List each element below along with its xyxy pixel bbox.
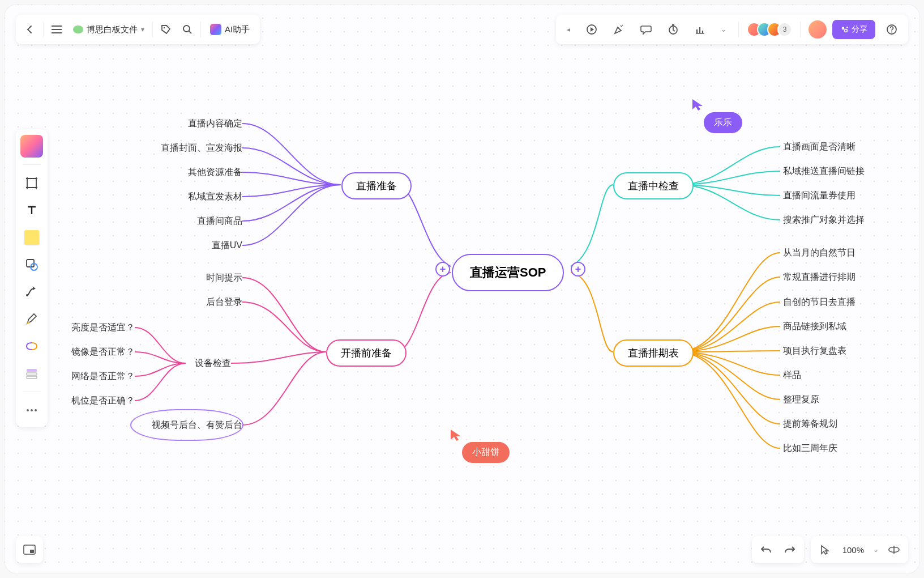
ai-logo-icon (210, 24, 221, 35)
celebrate-button[interactable] (608, 19, 630, 40)
leaf[interactable]: 样品 (783, 369, 801, 381)
leaf[interactable]: 自创的节日去直播 (783, 296, 855, 308)
text-tool[interactable] (20, 199, 43, 222)
collaborator-avatars[interactable]: 3 (747, 22, 792, 37)
help-button[interactable] (881, 19, 902, 40)
mindmap-tool[interactable] (20, 335, 43, 358)
fit-view-button[interactable] (886, 539, 902, 560)
svg-rect-11 (27, 369, 37, 372)
svg-rect-12 (27, 373, 37, 375)
redo-button[interactable] (781, 539, 798, 560)
leaf[interactable]: 直播间流量券使用 (783, 190, 855, 202)
leaf[interactable]: 时间提示 (186, 272, 242, 284)
templates-button[interactable] (20, 135, 43, 158)
leaf[interactable]: 从当月的自然节日 (783, 247, 855, 259)
leaf[interactable]: 直播内容确定 (163, 118, 242, 130)
vote-button[interactable] (690, 19, 711, 40)
leaf[interactable]: 视频号后台、有赞后台 (129, 419, 242, 431)
topbar-left: 博思白板文件 ▾ AI助手 (16, 15, 260, 44)
cursor-lele-label: 乐乐 (714, 117, 732, 127)
leaf[interactable]: 直播封面、宣发海报 (140, 142, 242, 154)
leaf[interactable]: 镜像是否正常？ (55, 346, 135, 358)
leaf[interactable]: 整理复原 (783, 394, 819, 406)
root-label: 直播运营SOP (470, 264, 546, 281)
add-right-button[interactable]: + (571, 262, 585, 277)
minimap-button[interactable] (16, 536, 43, 563)
add-left-button[interactable]: + (435, 262, 450, 277)
file-name-dropdown[interactable]: 博思白板文件 ▾ (67, 24, 150, 35)
svg-point-5 (845, 29, 848, 32)
file-name-label: 博思白板文件 (87, 24, 138, 35)
cursor-tianbing-icon (450, 428, 462, 442)
comment-button[interactable] (635, 19, 657, 40)
branch-prestart[interactable]: 开播前准备 (326, 339, 407, 367)
tag-button[interactable] (155, 19, 177, 40)
leaf[interactable]: 私域宣发素材 (163, 191, 242, 203)
share-button[interactable]: 分享 (832, 20, 875, 39)
leaf[interactable]: 商品链接到私域 (783, 321, 846, 333)
timer-button[interactable] (662, 19, 684, 40)
svg-rect-13 (27, 376, 37, 379)
svg-point-15 (31, 409, 33, 411)
connector-tool[interactable] (20, 280, 43, 303)
menu-button[interactable] (46, 19, 67, 40)
cursor-tianbing-badge: 小甜饼 (462, 442, 510, 463)
svg-point-14 (27, 409, 29, 411)
sticky-note-tool[interactable] (20, 226, 43, 249)
leaf[interactable]: 常规直播进行排期 (783, 271, 855, 283)
view-controls-group: 100% ⌄ (811, 536, 908, 563)
avatar-extra-count: 3 (777, 22, 792, 37)
branch-prep[interactable]: 直播准备 (341, 172, 412, 199)
branch-prestart-label: 开播前准备 (341, 346, 392, 360)
leaf[interactable]: 亮度是否适宜？ (55, 322, 135, 334)
leaf[interactable]: 后台登录 (186, 296, 242, 308)
leaf[interactable]: 机位是否正确？ (55, 395, 135, 407)
ai-assistant-button[interactable]: AI助手 (203, 19, 256, 40)
pen-tool[interactable] (20, 308, 43, 330)
search-button[interactable] (177, 19, 198, 40)
topbar-right: ◂ ⌄ 3 分享 (556, 15, 908, 44)
current-user-avatar[interactable] (808, 20, 827, 39)
zoom-chevron-icon[interactable]: ⌄ (873, 546, 879, 554)
shape-tool[interactable] (20, 253, 43, 276)
svg-point-10 (26, 294, 28, 296)
present-button[interactable] (581, 19, 602, 40)
app-frame: 博思白板文件 ▾ AI助手 ◂ ⌄ (5, 5, 919, 573)
svg-point-0 (164, 27, 165, 28)
leaf[interactable]: 提前筹备规划 (783, 418, 837, 430)
svg-rect-18 (30, 550, 34, 553)
branch-check-label: 直播中检查 (628, 179, 679, 193)
svg-point-7 (891, 32, 892, 33)
cloud-sync-icon (73, 26, 83, 33)
frame-tool[interactable] (20, 172, 43, 194)
leaf[interactable]: 比如三周年庆 (783, 443, 837, 454)
leaf[interactable]: 直播画面是否清晰 (783, 141, 855, 153)
mindmap-root-node[interactable]: 直播运营SOP (452, 254, 564, 291)
leaf[interactable]: 设备检查 (186, 358, 231, 369)
leaf[interactable]: 私域推送直播间链接 (783, 165, 865, 177)
left-toolbar (16, 129, 48, 427)
leaf[interactable]: 直播UV (191, 240, 242, 252)
branch-check[interactable]: 直播中检查 (613, 172, 694, 199)
undo-button[interactable] (758, 539, 775, 560)
ai-label: AI助手 (225, 24, 250, 35)
bottombar-right: 100% ⌄ (752, 536, 908, 563)
branch-schedule[interactable]: 直播排期表 (613, 339, 694, 367)
expand-left-button[interactable]: ◂ (562, 19, 575, 40)
back-button[interactable] (19, 19, 41, 40)
cursor-lele-badge: 乐乐 (704, 112, 742, 133)
leaf[interactable]: 其他资源准备 (163, 167, 242, 178)
table-tool[interactable] (20, 362, 43, 385)
chevron-down-icon: ▾ (141, 26, 144, 33)
cursor-mode-button[interactable] (816, 539, 833, 560)
more-tools[interactable] (20, 399, 43, 422)
more-tools-button[interactable]: ⌄ (717, 19, 730, 40)
share-label: 分享 (852, 24, 867, 35)
cursor-tianbing-label: 小甜饼 (472, 447, 499, 457)
leaf[interactable]: 网络是否正常？ (55, 371, 135, 382)
zoom-level[interactable]: 100% (840, 545, 866, 555)
undo-redo-group (752, 536, 804, 563)
leaf[interactable]: 搜索推广对象并选择 (783, 214, 865, 226)
leaf[interactable]: 直播间商品 (174, 215, 242, 227)
leaf[interactable]: 项目执行复盘表 (783, 345, 846, 357)
